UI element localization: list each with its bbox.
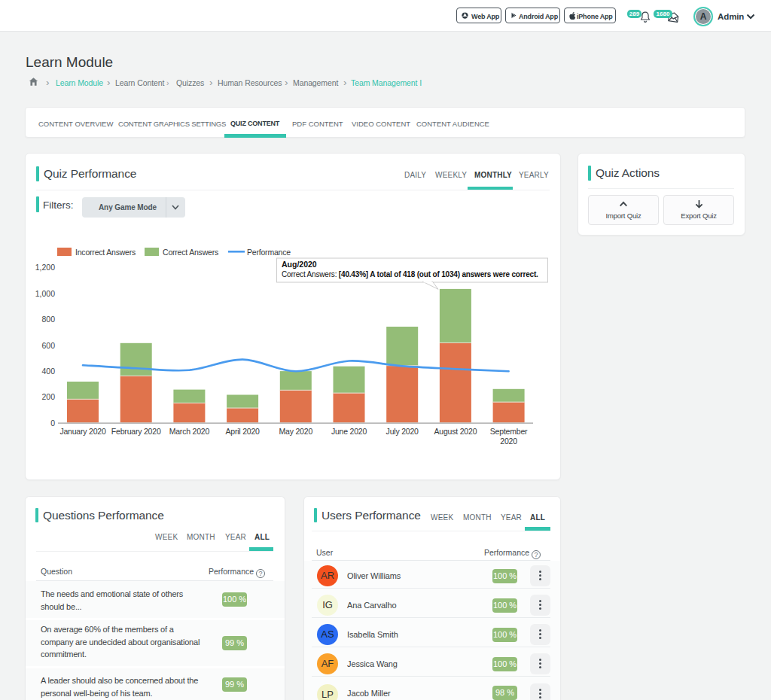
- svg-text:Correct Answers: [40.43%] A to: Correct Answers: [40.43%] A total of 418…: [282, 270, 538, 278]
- svg-text:600: 600: [41, 341, 55, 350]
- svg-text:Performance: Performance: [247, 248, 291, 257]
- svg-text:Incorrect Answers: Incorrect Answers: [75, 248, 136, 257]
- svg-text:April 2020: April 2020: [225, 427, 260, 436]
- svg-text:Aug/2020: Aug/2020: [282, 260, 317, 269]
- svg-text:May 2020: May 2020: [279, 427, 313, 436]
- svg-text:September: September: [490, 427, 528, 436]
- svg-text:July 2020: July 2020: [386, 427, 419, 436]
- svg-text:June 2020: June 2020: [331, 427, 367, 436]
- svg-text:1,200: 1,200: [35, 263, 55, 272]
- svg-text:1,000: 1,000: [35, 289, 55, 298]
- svg-text:March 2020: March 2020: [169, 427, 210, 436]
- svg-text:800: 800: [41, 315, 55, 324]
- svg-text:400: 400: [41, 367, 55, 376]
- svg-text:2020: 2020: [500, 437, 517, 446]
- svg-text:Correct Answers: Correct Answers: [163, 248, 218, 257]
- svg-text:February 2020: February 2020: [111, 427, 161, 436]
- svg-text:January 2020: January 2020: [59, 427, 106, 436]
- svg-text:0: 0: [50, 418, 55, 428]
- svg-text:August 2020: August 2020: [434, 427, 477, 436]
- svg-text:200: 200: [41, 392, 55, 401]
